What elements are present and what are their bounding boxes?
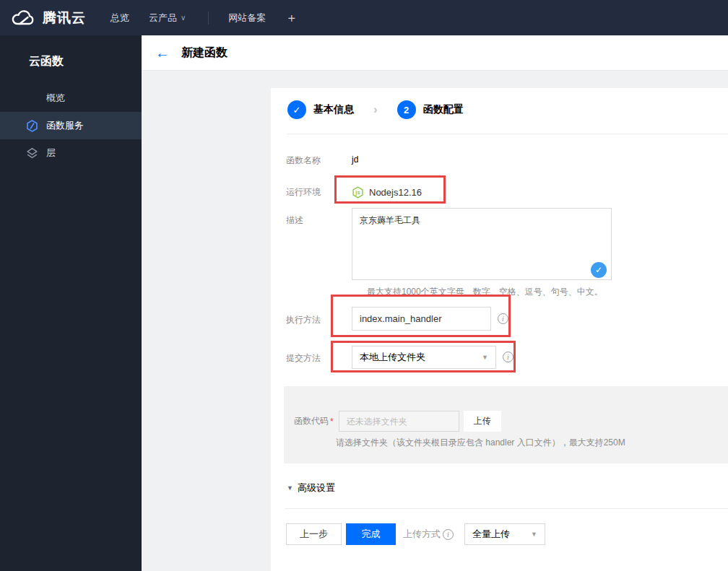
advanced-settings-toggle[interactable]: ▼ 高级设置 [287, 481, 335, 494]
function-name-label: 函数名称 [286, 154, 347, 167]
submit-method-row: 提交方法 本地上传文件夹 ▼ i [286, 346, 514, 369]
brand-name: 腾讯云 [43, 9, 86, 27]
step-indicator: ✓ 基本信息 › 2 函数配置 [287, 100, 464, 119]
upload-mode-info-icon[interactable]: i [443, 529, 454, 540]
required-asterisk: * [330, 417, 334, 427]
handler-input[interactable] [352, 307, 491, 331]
step-chevron-icon: › [373, 103, 378, 117]
submit-method-info-icon[interactable]: i [503, 352, 514, 362]
submit-method-label: 提交方法 [286, 346, 347, 369]
nav-icp-filing[interactable]: 网站备案 [228, 12, 266, 25]
back-arrow-icon[interactable]: ← [155, 45, 170, 60]
function-name-row: 函数名称 jd [286, 154, 358, 167]
svg-text:js: js [355, 189, 360, 196]
step-2-label: 函数配置 [423, 103, 464, 116]
scf-hexagon-icon [26, 120, 38, 132]
cloud-logo-icon [10, 9, 36, 27]
sidebar-item-overview[interactable]: 概览 [0, 84, 142, 112]
step-1-label: 基本信息 [313, 103, 354, 116]
add-tab-icon[interactable]: ＋ [285, 9, 298, 26]
upload-button[interactable]: 上传 [464, 411, 501, 432]
runtime-row: 运行环境 js Nodejs12.16 [286, 183, 422, 201]
sidebar: 云函数 概览 函数服务 [0, 35, 142, 571]
grid-icon [26, 92, 38, 105]
description-row: 描述 京东薅羊毛工具 ✓ [286, 208, 612, 282]
page: 腾讯云 总览 云产品 ∨ 网站备案 ＋ 云函数 概览 [0, 0, 728, 571]
page-header: ← 新建函数 [142, 35, 728, 71]
select-caret-icon: ▼ [531, 531, 537, 538]
nav-cloud-products[interactable]: 云产品 ∨ [149, 12, 186, 25]
divider [287, 134, 728, 134]
handler-row: 执行方法 i [286, 307, 508, 331]
page-title: 新建函数 [181, 45, 228, 61]
footer-actions: 上一步 完成 上传方式 i 全量上传 ▼ [286, 523, 545, 545]
function-name-value: jd [352, 154, 358, 167]
select-caret-icon: ▼ [482, 354, 488, 361]
divider [285, 508, 728, 509]
function-code-hint: 请选择文件夹（该文件夹根目录应包含 handler 入口文件），最大支持250M [336, 437, 625, 449]
runtime-label: 运行环境 [286, 186, 347, 199]
description-hint: 最大支持1000个英文字母、数字、空格、逗号、句号、中文。 [367, 286, 603, 298]
layers-icon [26, 147, 38, 160]
sidebar-menu: 概览 函数服务 层 [0, 84, 142, 167]
sidebar-title: 云函数 [0, 35, 142, 69]
description-textarea[interactable]: 京东薅羊毛工具 [352, 208, 612, 280]
sidebar-item-layers[interactable]: 层 [0, 139, 142, 167]
description-label: 描述 [286, 208, 347, 282]
step-2-number: 2 [397, 100, 416, 119]
valid-check-icon: ✓ [591, 262, 607, 278]
submit-method-select[interactable]: 本地上传文件夹 ▼ [352, 346, 496, 369]
nav-overview[interactable]: 总览 [110, 12, 129, 25]
triangle-down-icon: ▼ [287, 484, 293, 492]
runtime-value: js Nodejs12.16 [352, 186, 422, 199]
top-navigation: 总览 云产品 ∨ 网站备案 ＋ [110, 9, 298, 26]
previous-step-button[interactable]: 上一步 [286, 523, 342, 545]
tencent-cloud-logo[interactable]: 腾讯云 [10, 9, 86, 27]
folder-path-input [339, 411, 459, 432]
function-code-panel: 函数代码* 上传 请选择文件夹（该文件夹根目录应包含 handler 入口文件）… [284, 386, 728, 463]
upload-mode-select[interactable]: 全量上传 ▼ [464, 523, 545, 545]
finish-button[interactable]: 完成 [346, 523, 396, 545]
step-1-done-check-icon: ✓ [287, 100, 306, 119]
upload-mode-label-group: 上传方式 i [403, 528, 454, 541]
sidebar-item-function-service[interactable]: 函数服务 [0, 112, 142, 139]
nav-divider [208, 12, 209, 25]
handler-info-icon[interactable]: i [498, 313, 508, 324]
topbar: 腾讯云 总览 云产品 ∨ 网站备案 ＋ [0, 0, 728, 35]
function-code-label: 函数代码 [294, 415, 329, 427]
nodejs-icon: js [352, 186, 364, 199]
create-function-card: ✓ 基本信息 › 2 函数配置 函数名称 jd 运行环境 js Nodejs12… [271, 88, 728, 571]
chevron-down-icon: ∨ [181, 14, 186, 22]
handler-label: 执行方法 [286, 307, 347, 331]
